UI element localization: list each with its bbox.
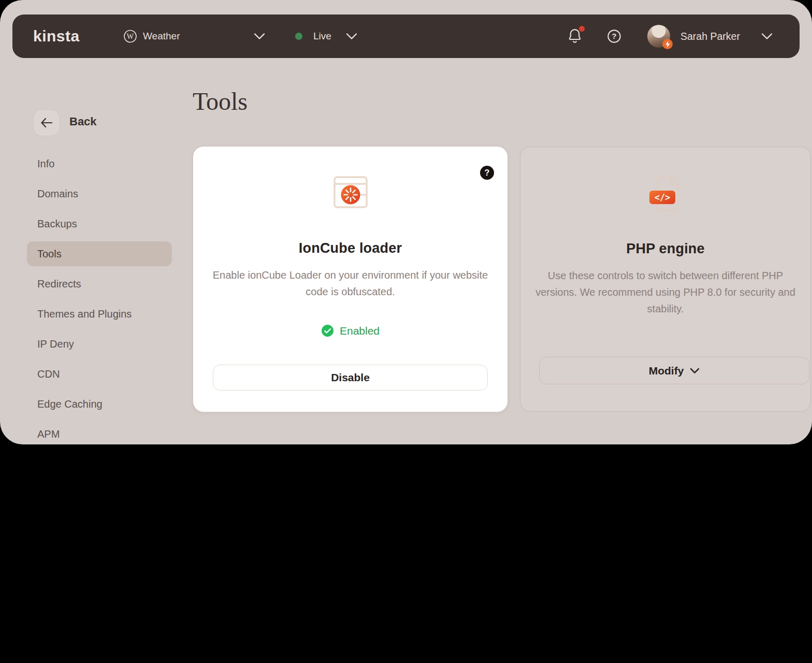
chevron-down-icon[interactable] — [346, 33, 357, 40]
modify-button-label: Modify — [649, 365, 684, 377]
disable-button[interactable]: Disable — [213, 365, 488, 391]
card-help-button[interactable]: ? — [480, 166, 494, 180]
status-badge: Enabled — [340, 325, 380, 337]
question-circle-icon: ? — [607, 29, 621, 44]
status-row: Enabled — [193, 324, 508, 337]
svg-text:</>: </> — [655, 192, 671, 203]
ioncube-card-title: IonCube loader — [193, 240, 508, 256]
modify-button[interactable]: Modify — [539, 357, 809, 384]
sidebar-item-themes-and-plugins[interactable]: Themes and Plugins — [27, 301, 172, 326]
php-engine-card: </> PHP engine Use these controls to swi… — [520, 147, 811, 412]
svg-text:W: W — [127, 32, 134, 40]
top-navbar: kinsta W Weather Live ? — [12, 15, 800, 58]
php-card-description: Use these controls to switch between dif… — [532, 267, 799, 317]
sidebar-item-redirects[interactable]: Redirects — [27, 271, 172, 296]
notification-dot — [579, 26, 585, 32]
user-name: Sarah Parker — [680, 31, 740, 42]
environment-selector[interactable]: Live — [313, 31, 331, 42]
live-status-dot — [295, 33, 302, 40]
wordpress-icon: W — [123, 30, 137, 44]
sidebar-item-ip-deny[interactable]: IP Deny — [27, 332, 172, 356]
kinsta-logo[interactable]: kinsta — [33, 27, 80, 45]
sidebar-item-tools[interactable]: Tools — [27, 241, 172, 266]
arrow-left-icon — [40, 118, 53, 128]
chevron-down-icon[interactable] — [761, 33, 773, 40]
svg-text:?: ? — [612, 32, 616, 40]
lightning-icon — [662, 39, 673, 49]
back-button[interactable] — [33, 109, 60, 136]
back-label: Back — [69, 115, 97, 128]
php-card-title: PHP engine — [520, 241, 810, 257]
sidebar-item-backups[interactable]: Backups — [27, 211, 172, 236]
avatar[interactable] — [647, 25, 670, 48]
ioncube-spinner-window-icon — [333, 176, 368, 209]
check-circle-icon — [321, 324, 334, 337]
sidebar-nav: Info Domains Backups Tools Redirects The… — [27, 151, 172, 444]
help-button[interactable]: ? — [607, 29, 621, 44]
sidebar-item-apm[interactable]: APM — [27, 422, 172, 444]
sidebar-item-info[interactable]: Info — [27, 151, 172, 176]
ioncube-loader-card: ? — [193, 147, 508, 412]
site-selector[interactable]: Weather — [143, 31, 180, 42]
notifications-button[interactable] — [568, 28, 583, 45]
code-file-icon: </> — [645, 176, 686, 212]
app-frame: kinsta W Weather Live ? — [0, 0, 812, 444]
chevron-down-icon[interactable] — [254, 33, 265, 40]
sidebar-item-edge-caching[interactable]: Edge Caching — [27, 392, 172, 416]
page-title: Tools — [193, 87, 248, 116]
sidebar-item-domains[interactable]: Domains — [27, 181, 172, 206]
sidebar-item-cdn[interactable]: CDN — [27, 362, 172, 386]
chevron-down-icon — [690, 368, 700, 374]
ioncube-card-description: Enable ionCube Loader on your environmen… — [211, 267, 490, 300]
